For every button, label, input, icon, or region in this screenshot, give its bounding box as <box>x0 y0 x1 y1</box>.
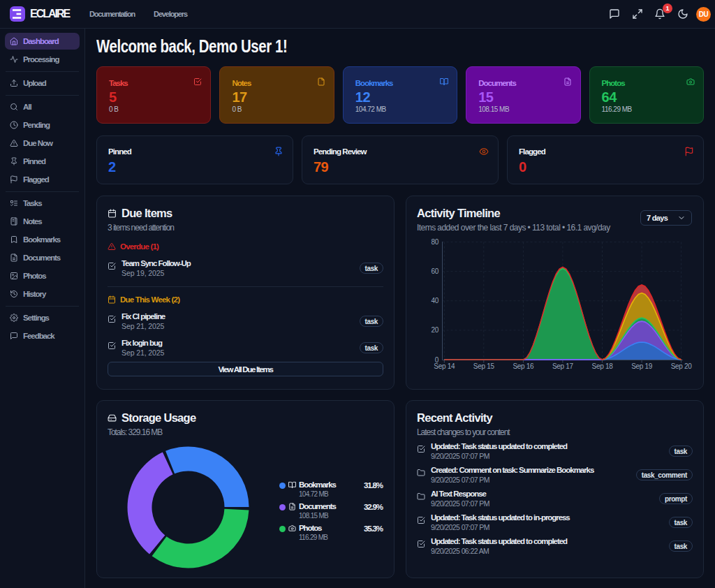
svg-text:Sep 14: Sep 14 <box>434 362 455 370</box>
svg-text:40: 40 <box>431 297 438 304</box>
svg-text:60: 60 <box>431 267 438 275</box>
svg-text:20: 20 <box>431 326 438 334</box>
svg-text:Sep 20: Sep 20 <box>671 362 693 370</box>
svg-text:Sep 19: Sep 19 <box>631 362 653 370</box>
svg-text:Sep 18: Sep 18 <box>592 362 614 370</box>
svg-text:80: 80 <box>431 238 438 246</box>
svg-text:Sep 16: Sep 16 <box>513 362 534 370</box>
svg-text:Sep 17: Sep 17 <box>552 362 574 370</box>
svg-text:Sep 15: Sep 15 <box>473 362 495 370</box>
